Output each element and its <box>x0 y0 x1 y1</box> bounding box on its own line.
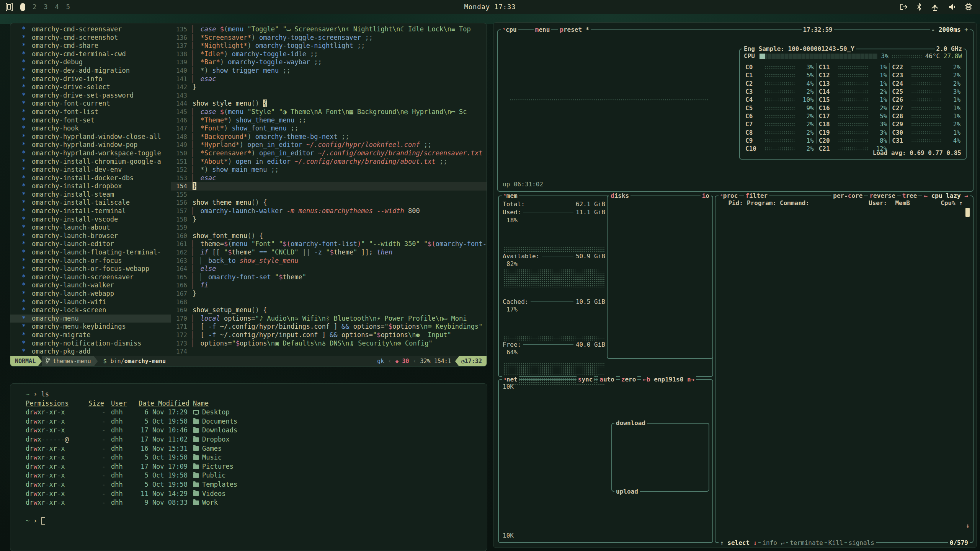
app-logo-icon[interactable] <box>5 3 13 11</box>
explorer-item[interactable]: *omarchy-hook <box>10 124 171 133</box>
explorer-item[interactable]: *omarchy-drive-info <box>10 75 171 83</box>
explorer-item[interactable]: *omarchy-notification-dismiss <box>10 339 171 348</box>
workspace-2[interactable]: 2 <box>33 3 36 11</box>
volume-icon[interactable] <box>948 3 956 11</box>
explorer-item[interactable]: *omarchy-lock-screen <box>10 306 171 315</box>
terminal-window[interactable]: ~ › ls PermissionsSizeUserDate ModifiedN… <box>10 383 487 551</box>
workspace-4[interactable]: 4 <box>55 3 59 11</box>
proc-terminate-hint[interactable]: terminate <box>788 539 825 546</box>
explorer-item[interactable]: *omarchy-drive-select <box>10 83 171 91</box>
proc-scroll-down-icon[interactable]: ↓ <box>966 522 970 529</box>
explorer-item[interactable]: *omarchy-font-list <box>10 108 171 116</box>
explorer-item[interactable]: *omarchy-install-tailscale <box>10 199 171 207</box>
separator: ‹ <box>413 358 416 365</box>
proc-scrollbar-thumb[interactable] <box>965 208 970 217</box>
explorer-item[interactable]: *omarchy-install-dev-env <box>10 166 171 174</box>
explorer-item[interactable]: *omarchy-launch-or-focus-webapp <box>10 265 171 273</box>
explorer-item[interactable]: *omarchy-install-vscode <box>10 215 171 224</box>
explorer-item[interactable]: *omarchy-launch-browser <box>10 232 171 240</box>
per-core-grid: C03%C15%C24%C32%C410%C59%C62%C72%C82%C91… <box>743 63 963 143</box>
code-line: 148▏ *Background*) omarchy-theme-bg-next… <box>171 133 487 141</box>
network-icon[interactable] <box>930 3 939 11</box>
workspace-5[interactable]: 5 <box>66 3 70 11</box>
nvim-window[interactable]: *omarchy-cmd-screensaver*omarchy-cmd-scr… <box>10 23 487 367</box>
ls-header: Name <box>193 399 487 408</box>
preset-button[interactable]: preset * <box>558 26 591 33</box>
proc-info-hint[interactable]: info ↵ <box>761 539 786 546</box>
workspace-1-active[interactable] <box>20 3 25 11</box>
explorer-item[interactable]: *omarchy-hyprland-window-close-all <box>10 133 171 141</box>
menu-button[interactable]: menu <box>534 26 552 33</box>
proc-kill-hint[interactable]: Kill <box>827 539 845 546</box>
proc-signals-hint[interactable]: signals <box>847 539 875 546</box>
code-editor[interactable]: 135▏ case $(menu "Toggle" "▭ Screensaver… <box>171 23 487 356</box>
explorer-item[interactable]: *omarchy-drive-set-password <box>10 91 171 100</box>
core-usage: C261% <box>892 96 960 104</box>
explorer-item[interactable]: *omarchy-launch-walker <box>10 281 171 290</box>
separator: ‹ <box>388 358 391 365</box>
explorer-item[interactable]: *omarchy-install-steam <box>10 191 171 199</box>
explorer-item[interactable]: *omarchy-cmd-share <box>10 42 171 50</box>
ls-header: Date Modified <box>139 399 188 408</box>
explorer-item[interactable]: *omarchy-launch-floating-terminal- <box>10 248 171 257</box>
proc-reverse-button[interactable]: reverse <box>868 192 897 199</box>
explorer-item[interactable]: *omarchy-font-set <box>10 116 171 125</box>
core-usage: C24% <box>745 80 814 88</box>
ls-cell: dhh <box>111 480 133 489</box>
explorer-item[interactable]: *omarchy-migrate <box>10 331 171 339</box>
explorer-item[interactable]: *omarchy-font-current <box>10 99 171 108</box>
ls-row: Templates <box>193 480 487 489</box>
code-line: 173▏ options="$options\n▣ Defaults\n♁ DN… <box>171 339 487 348</box>
explorer-item[interactable]: *omarchy-launch-webapp <box>10 290 171 298</box>
explorer-item[interactable]: *omarchy-launch-or-focus <box>10 257 171 265</box>
proc-select-hint[interactable]: ↑ select ↓ <box>719 539 758 546</box>
core-usage: C82% <box>745 128 814 136</box>
proc-tab[interactable]: ⁴proc <box>719 192 739 199</box>
update-interval[interactable]: - 2000ms + <box>930 26 970 33</box>
explorer-item[interactable]: *omarchy-cmd-screenshot <box>10 34 171 42</box>
code-line: 162▏ if [[ "$theme" == "CNCLD" || -z "$t… <box>171 248 487 257</box>
core-usage: C232% <box>892 71 960 79</box>
cpu-tab[interactable]: ¹cpu <box>501 26 518 33</box>
explorer-item[interactable]: *omarchy-install-dropbox <box>10 182 171 191</box>
explorer-item[interactable]: *omarchy-hyprland-workspace-toggle <box>10 149 171 158</box>
explorer-item[interactable]: *omarchy-menu-keybindings <box>10 323 171 331</box>
proc-sort-selector[interactable]: ← cpu lazy → <box>922 192 970 199</box>
explorer-item[interactable]: *omarchy-hyprland-window-pop <box>10 141 171 149</box>
explorer-item[interactable]: *omarchy-debug <box>10 58 171 67</box>
logout-icon[interactable] <box>900 3 908 11</box>
explorer-item[interactable]: *omarchy-launch-screensaver <box>10 273 171 282</box>
bluetooth-icon[interactable] <box>916 3 922 11</box>
process-list[interactable] <box>719 209 963 535</box>
top-bar: 2 3 4 5 Monday 17:33 <box>0 0 980 14</box>
explorer-item[interactable]: *omarchy-pkg-add <box>10 347 171 356</box>
explorer-item[interactable]: *omarchy-cmd-terminal-cwd <box>10 50 171 59</box>
explorer-item[interactable]: *omarchy-cmd-screensaver <box>10 25 171 34</box>
explorer-item[interactable]: *omarchy-launch-editor <box>10 240 171 248</box>
cpu-chip-icon[interactable] <box>965 3 972 11</box>
ls-row: Public <box>193 471 487 480</box>
disks-tab[interactable]: disks <box>609 192 630 199</box>
proc-filter-button[interactable]: filter <box>744 192 769 199</box>
explorer-item[interactable]: *omarchy-menu <box>10 315 171 323</box>
ls-cell: 17 Nov 10:46 <box>139 426 188 435</box>
disks-box: disks io <box>607 196 713 359</box>
mem-tab[interactable]: ²mem <box>502 192 519 199</box>
explorer-item[interactable]: *omarchy-dev-add-migration <box>10 67 171 75</box>
proc-percore-button[interactable]: per-core <box>831 192 864 199</box>
prompt-line-2[interactable]: ~ › <box>26 517 487 526</box>
cpu-detail-box: Eng Sample: 100-000001243-50_Y 2.0 GHz C… <box>739 49 967 160</box>
proc-tree-button[interactable]: tree <box>901 192 919 199</box>
ls-cell: 9 Nov 08:33 <box>139 498 188 507</box>
ls-cell: - <box>88 444 106 453</box>
explorer-item[interactable]: *omarchy-launch-wifi <box>10 298 171 306</box>
explorer-item[interactable]: *omarchy-install-docker-dbs <box>10 174 171 183</box>
explorer-item[interactable]: *omarchy-launch-about <box>10 223 171 232</box>
btop-window[interactable]: ¹cpu menu preset * 17:32:59 - 2000ms + E… <box>493 22 977 548</box>
explorer-item[interactable]: *omarchy-install-terminal <box>10 207 171 215</box>
io-tab[interactable]: io <box>701 192 711 199</box>
explorer-item[interactable]: *omarchy-install-chromium-google-a <box>10 158 171 166</box>
workspace-3[interactable]: 3 <box>44 3 47 11</box>
file-explorer[interactable]: *omarchy-cmd-screensaver*omarchy-cmd-scr… <box>10 23 171 356</box>
uptime: up 06:31:02 <box>503 181 543 188</box>
